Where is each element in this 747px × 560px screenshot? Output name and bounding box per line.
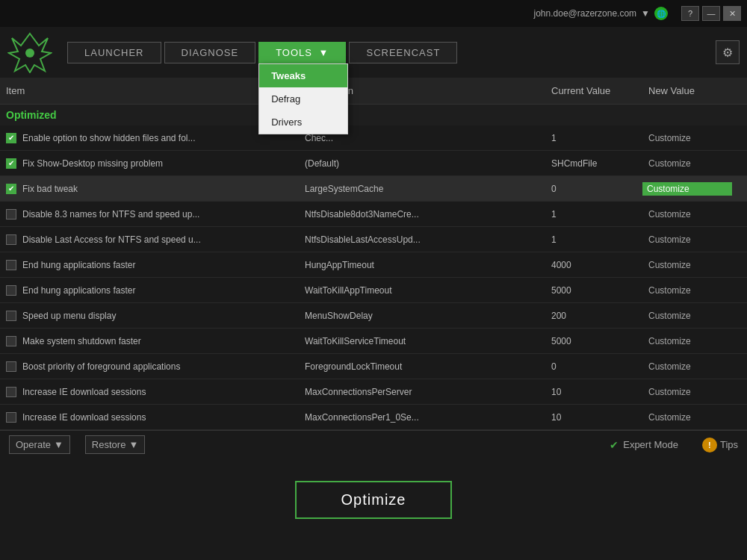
table-row[interactable]: End hung applications faster WaitToKillA… xyxy=(0,278,747,303)
row-new-value-cell[interactable]: Customize xyxy=(642,333,732,349)
row-current-cell: 200 xyxy=(545,308,642,324)
row-item-cell: End hung applications faster xyxy=(0,282,299,299)
row-item-cell: ✔ Fix Show-Desktop missing problem xyxy=(0,155,299,172)
restore-arrow-icon: ▼ xyxy=(128,439,138,450)
row-extra-cell xyxy=(732,389,747,395)
close-button[interactable]: ✕ xyxy=(723,6,741,21)
table-row[interactable]: ✔ Enable option to show hidden files and… xyxy=(0,125,747,151)
row-item-cell: Speed up menu display xyxy=(0,308,299,324)
table-row[interactable]: Speed up menu display MenuShowDelay 200 … xyxy=(0,303,747,329)
row-desc-cell: WaitToKillServiceTimeout xyxy=(299,333,545,349)
table-row[interactable]: Make system shutdown faster WaitToKillSe… xyxy=(0,329,747,354)
row-checkbox[interactable]: ✔ xyxy=(6,158,16,169)
row-current-cell: 1 xyxy=(545,130,642,146)
row-checkbox[interactable] xyxy=(6,412,16,423)
row-item-label: Boost priority of foreground application… xyxy=(22,361,180,372)
row-checkbox[interactable] xyxy=(6,361,16,372)
row-extra-cell xyxy=(732,313,747,319)
row-extra-cell xyxy=(732,135,747,141)
row-checkbox[interactable] xyxy=(6,234,16,245)
row-new-value-cell[interactable]: Customize xyxy=(642,231,732,248)
table-row[interactable]: Disable Last Access for NTFS and speed u… xyxy=(0,227,747,252)
row-item-cell: Boost priority of foreground application… xyxy=(0,358,299,375)
tab-tools[interactable]: TOOLS ▼ xyxy=(258,42,346,63)
table-row[interactable]: Increase IE download sessions MaxConnect… xyxy=(0,379,747,405)
row-desc-cell: MaxConnectionsPerServer xyxy=(299,384,545,400)
bottom-toolbar: Operate ▼ Restore ▼ ✔ Expert Mode ! Tips xyxy=(0,430,747,458)
row-desc-cell: NtfsDisableLastAccessUpd... xyxy=(299,231,545,248)
row-desc-cell: MenuShowDelay xyxy=(299,308,545,324)
row-item-label: Enable option to show hidden files and f… xyxy=(22,133,196,143)
row-desc-cell: MaxConnectionsPer1_0Se... xyxy=(299,409,545,426)
tips-button[interactable]: ! Tips xyxy=(702,438,738,452)
row-current-cell: 4000 xyxy=(545,257,642,273)
row-desc-cell: LargeSystemCache xyxy=(299,181,545,197)
nav-tabs: LAUNCHER DIAGNOSE TOOLS ▼ Tweaks Defrag … xyxy=(60,42,716,63)
row-desc-cell: (Default) xyxy=(299,155,545,172)
dropdown-arrow-icon: ▼ xyxy=(641,8,650,19)
table-row[interactable]: End hung applications faster HungAppTime… xyxy=(0,252,747,278)
row-extra-cell xyxy=(732,338,747,344)
tab-launcher[interactable]: LAUNCHER xyxy=(67,42,161,63)
row-current-cell: 5000 xyxy=(545,333,642,349)
table-body: ✔ Enable option to show hidden files and… xyxy=(0,125,747,430)
table-row[interactable]: Boost priority of foreground application… xyxy=(0,354,747,379)
row-checkbox[interactable] xyxy=(6,311,16,321)
tab-diagnose[interactable]: DIAGNOSE xyxy=(164,42,256,63)
dropdown-item-tweaks[interactable]: Tweaks xyxy=(259,64,347,87)
svg-point-1 xyxy=(25,49,34,57)
row-item-label: Disable Last Access for NTFS and speed u… xyxy=(22,234,201,245)
row-checkbox[interactable] xyxy=(6,336,16,346)
row-item-label: End hung applications faster xyxy=(22,260,135,270)
row-current-cell: 0 xyxy=(545,358,642,375)
row-extra-cell xyxy=(732,262,747,268)
row-extra-cell xyxy=(732,237,747,243)
row-checkbox[interactable] xyxy=(6,285,16,296)
row-new-value-cell[interactable]: Customize xyxy=(642,182,732,196)
optimize-area: Optimize xyxy=(0,458,747,534)
row-item-label: Increase IE download sessions xyxy=(22,412,146,423)
row-extra-cell xyxy=(732,186,747,192)
restore-button[interactable]: Restore ▼ xyxy=(85,435,145,454)
row-item-label: Disable 8.3 names for NTFS and speed up.… xyxy=(22,209,199,220)
row-new-value-cell[interactable]: Customize xyxy=(642,409,732,426)
row-checkbox[interactable]: ✔ xyxy=(6,133,16,143)
table-row[interactable]: Disable 8.3 names for NTFS and speed up.… xyxy=(0,202,747,227)
table-row[interactable]: ✔ Fix Show-Desktop missing problem (Defa… xyxy=(0,151,747,176)
row-desc-cell: NtfsDisable8dot3NameCre... xyxy=(299,206,545,223)
table-row[interactable]: Increase IE download sessions MaxConnect… xyxy=(0,405,747,430)
operate-button[interactable]: Operate ▼ xyxy=(9,435,70,454)
row-checkbox[interactable] xyxy=(6,209,16,220)
window-controls: ? — ✕ xyxy=(681,6,741,21)
minimize-button[interactable]: — xyxy=(702,6,720,21)
row-new-value-cell[interactable]: Customize xyxy=(642,257,732,273)
row-item-cell: Increase IE download sessions xyxy=(0,384,299,400)
row-checkbox[interactable]: ✔ xyxy=(6,184,16,194)
section-optimized: Optimized xyxy=(0,105,747,125)
row-new-value-cell[interactable]: Customize xyxy=(642,282,732,299)
row-item-cell: Disable Last Access for NTFS and speed u… xyxy=(0,231,299,248)
dropdown-item-defrag[interactable]: Defrag xyxy=(259,87,347,111)
row-item-label: Increase IE download sessions xyxy=(22,387,146,397)
row-new-value-cell[interactable]: Customize xyxy=(642,308,732,324)
row-new-value-cell[interactable]: Customize xyxy=(642,155,732,172)
row-new-value-cell[interactable]: Customize xyxy=(642,130,732,146)
row-new-value-cell[interactable]: Customize xyxy=(642,206,732,223)
row-item-cell: Make system shutdown faster xyxy=(0,333,299,349)
row-checkbox[interactable] xyxy=(6,387,16,397)
settings-button[interactable]: ⚙ xyxy=(716,40,740,64)
optimize-button[interactable]: Optimize xyxy=(295,481,453,519)
row-checkbox[interactable] xyxy=(6,260,16,270)
row-extra-cell xyxy=(732,211,747,217)
dropdown-item-drivers[interactable]: Drivers xyxy=(259,111,347,134)
table-row[interactable]: ✔ Fix bad tweak LargeSystemCache 0 Custo… xyxy=(0,176,747,202)
row-item-cell: End hung applications faster xyxy=(0,257,299,273)
row-new-value-cell[interactable]: Customize xyxy=(642,358,732,375)
row-new-value-cell[interactable]: Customize xyxy=(642,384,732,400)
globe-icon[interactable]: 🌐 xyxy=(654,7,668,20)
row-item-label: Speed up menu display xyxy=(22,311,116,321)
row-item-cell: Increase IE download sessions xyxy=(0,409,299,426)
tab-screencast[interactable]: SCREENCAST xyxy=(349,42,457,63)
help-button[interactable]: ? xyxy=(681,6,699,21)
expert-mode-toggle[interactable]: ✔ Expert Mode xyxy=(610,439,678,451)
